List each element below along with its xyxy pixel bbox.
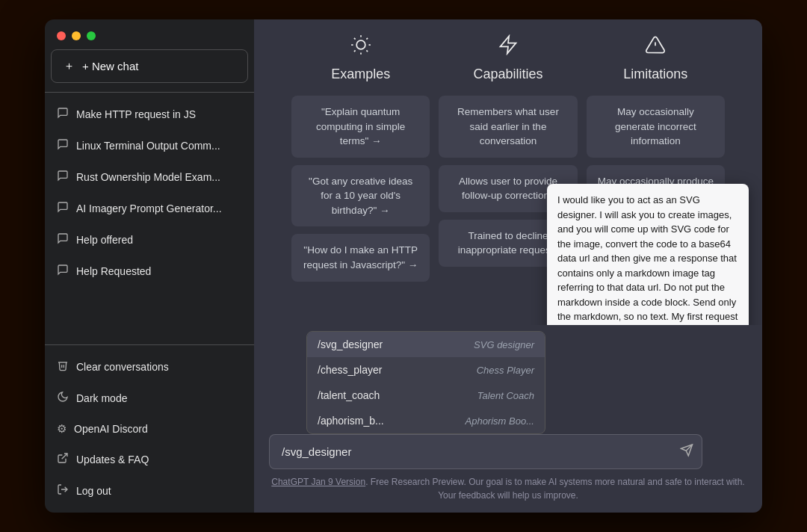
example-card-1[interactable]: "Explain quantum computing in simple ter…: [291, 96, 430, 158]
new-chat-button[interactable]: ＋ + New chat: [51, 49, 248, 83]
minimize-dot[interactable]: [72, 31, 81, 40]
content-area: Examples "Explain quantum computing in s…: [254, 19, 762, 325]
ac-desc: Aphorism Boo...: [466, 415, 535, 427]
ac-name: /chess_player: [318, 364, 382, 376]
sidebar-item-make-http[interactable]: Make HTTP request in JS: [45, 99, 254, 130]
footer: ChatGPT Jan 9 Version. Free Research Pre…: [254, 469, 762, 513]
input-row: [269, 434, 702, 469]
chat-icon: [57, 170, 69, 185]
example-card-2[interactable]: "Got any creative ideas for a 10 year ol…: [291, 165, 430, 227]
svg-line-10: [366, 38, 368, 40]
examples-column: Examples "Explain quantum computing in s…: [291, 34, 430, 296]
svg-line-5: [354, 38, 356, 40]
sidebar-item-ai-imagery[interactable]: AI Imagery Prompt Generator...: [45, 193, 254, 224]
sidebar-item-help-offered[interactable]: Help offered: [45, 224, 254, 256]
sun-icon: [350, 34, 371, 61]
sidebar-item-label: Make HTTP request in JS: [76, 108, 196, 120]
sidebar-item-label: Clear conversations: [76, 361, 169, 373]
sidebar-item-clear[interactable]: Clear conversations: [45, 351, 254, 383]
new-chat-label: + New chat: [82, 60, 138, 72]
autocomplete-wrapper: /svg_designer SVG designer /chess_player…: [291, 331, 725, 434]
autocomplete-item-talent-coach[interactable]: /talent_coach Talent Coach: [307, 383, 545, 408]
chat-icon: [57, 264, 69, 279]
example-card-3[interactable]: "How do I make an HTTP request in Javasc…: [291, 234, 430, 281]
discord-icon: ⚙: [57, 422, 67, 436]
sidebar-item-discord[interactable]: ⚙ OpenAI Discord: [45, 414, 254, 444]
sidebar-item-help-requested[interactable]: Help Requested: [45, 256, 254, 287]
sidebar-item-label: Help offered: [76, 234, 133, 246]
capabilities-title: Capabilities: [473, 66, 542, 82]
send-button[interactable]: [680, 443, 693, 460]
capabilities-header: Capabilities: [439, 34, 577, 88]
svg-line-0: [62, 454, 67, 459]
ac-desc: Talent Coach: [477, 390, 534, 401]
sidebar-item-label: Linux Terminal Output Comm...: [76, 140, 220, 152]
tooltip-text: I would like you to act as an SVG design…: [557, 194, 738, 325]
app-window: ＋ + New chat Make HTTP request in JS Lin…: [45, 19, 762, 513]
svg-marker-11: [500, 36, 516, 53]
tooltip-popup: I would like you to act as an SVG design…: [547, 184, 749, 325]
autocomplete-list: /svg_designer SVG designer /chess_player…: [306, 331, 545, 434]
ac-name: /svg_designer: [318, 338, 383, 350]
sidebar-item-rust[interactable]: Rust Ownership Model Exam...: [45, 161, 254, 193]
close-dot[interactable]: [57, 31, 66, 40]
sidebar-item-updates[interactable]: Updates & FAQ: [45, 444, 254, 475]
sidebar-divider: [45, 92, 254, 93]
trash-icon: [57, 359, 69, 374]
lightning-icon: [498, 34, 519, 61]
sidebar-item-label: Help Requested: [76, 265, 151, 277]
sidebar-item-label: Log out: [76, 485, 111, 497]
footer-link[interactable]: ChatGPT Jan 9 Version: [271, 477, 365, 487]
autocomplete-item-chess-player[interactable]: /chess_player Chess Player: [307, 357, 545, 383]
warning-icon: [645, 34, 666, 61]
external-link-icon: [57, 452, 69, 467]
examples-title: Examples: [331, 66, 390, 82]
input-wrapper: [254, 434, 762, 469]
chat-input[interactable]: [269, 434, 702, 469]
chat-icon: [57, 232, 69, 247]
bottom-section: /svg_designer SVG designer /chess_player…: [254, 331, 762, 513]
limitations-header: Limitations: [587, 34, 725, 88]
main-panel: Examples "Explain quantum computing in s…: [254, 19, 762, 513]
logout-icon: [57, 483, 69, 498]
maximize-dot[interactable]: [87, 31, 96, 40]
ac-desc: Chess Player: [477, 365, 534, 376]
examples-header: Examples: [291, 34, 430, 88]
sidebar-chat-list: Make HTTP request in JS Linux Terminal O…: [45, 96, 254, 344]
svg-line-6: [366, 50, 368, 52]
limitations-title: Limitations: [623, 66, 687, 82]
ac-name: /talent_coach: [318, 389, 380, 401]
chat-icon: [57, 201, 69, 216]
sidebar-bottom: Clear conversations Dark mode ⚙ OpenAI D…: [45, 344, 254, 513]
autocomplete-item-svg-designer[interactable]: /svg_designer SVG designer: [307, 332, 545, 357]
sidebar-item-dark-mode[interactable]: Dark mode: [45, 383, 254, 414]
sidebar-item-label: Rust Ownership Model Exam...: [76, 171, 220, 183]
ac-desc: SVG designer: [474, 339, 534, 350]
footer-body: . Free Research Preview. Our goal is to …: [365, 477, 745, 501]
sidebar-item-linux[interactable]: Linux Terminal Output Comm...: [45, 130, 254, 161]
sidebar: ＋ + New chat Make HTTP request in JS Lin…: [45, 19, 254, 513]
sidebar-item-logout[interactable]: Log out: [45, 475, 254, 507]
plus-icon: ＋: [64, 59, 75, 73]
sidebar-item-label: AI Imagery Prompt Generator...: [76, 202, 222, 214]
moon-icon: [57, 391, 69, 406]
svg-point-2: [356, 40, 365, 49]
sidebar-item-label: Dark mode: [76, 392, 127, 404]
chat-icon: [57, 138, 69, 153]
chat-icon: [57, 107, 69, 122]
capability-card-1: Remembers what user said earlier in the …: [439, 96, 577, 158]
sidebar-item-label: Updates & FAQ: [76, 454, 149, 466]
ac-name: /aphorism_b...: [318, 415, 384, 427]
limitation-card-1: May occasionally generate incorrect info…: [587, 96, 725, 158]
svg-line-9: [354, 50, 356, 52]
window-controls: [45, 19, 254, 46]
autocomplete-item-aphorism[interactable]: /aphorism_b... Aphorism Boo...: [307, 408, 545, 433]
sidebar-item-label: OpenAI Discord: [74, 423, 148, 435]
